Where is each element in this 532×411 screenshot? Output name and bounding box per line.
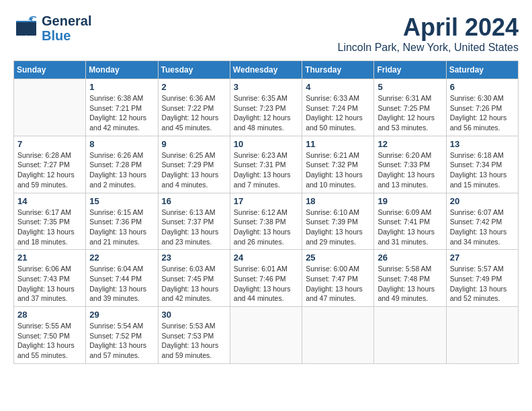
calendar-cell: 22Sunrise: 6:04 AMSunset: 7:44 PMDayligh…	[86, 250, 158, 307]
day-number: 11	[306, 139, 370, 149]
day-info: Sunrise: 6:23 AMSunset: 7:31 PMDaylight:…	[234, 150, 298, 190]
day-number: 3	[234, 82, 298, 92]
day-info: Sunrise: 6:07 AMSunset: 7:42 PMDaylight:…	[450, 208, 515, 247]
day-info: Sunrise: 6:12 AMSunset: 7:38 PMDaylight:…	[234, 208, 298, 247]
day-number: 25	[306, 253, 370, 263]
subtitle: Lincoln Park, New York, United States	[338, 42, 519, 54]
day-info: Sunrise: 6:26 AMSunset: 7:28 PMDaylight:…	[89, 150, 154, 190]
day-info: Sunrise: 6:04 AMSunset: 7:44 PMDaylight:…	[89, 264, 154, 304]
day-number: 29	[89, 310, 154, 320]
day-info: Sunrise: 6:38 AMSunset: 7:21 PMDaylight:…	[89, 93, 154, 133]
calendar-cell: 1Sunrise: 6:38 AMSunset: 7:21 PMDaylight…	[86, 79, 158, 136]
day-number: 10	[234, 139, 298, 149]
svg-rect-0	[16, 21, 26, 36]
day-info: Sunrise: 6:31 AMSunset: 7:25 PMDaylight:…	[378, 93, 442, 133]
day-number: 2	[162, 82, 226, 92]
calendar-cell: 10Sunrise: 6:23 AMSunset: 7:31 PMDayligh…	[230, 136, 302, 193]
day-number: 1	[89, 82, 154, 92]
weekday-header: Thursday	[302, 61, 374, 79]
page-header: General Blue April 2024 Lincoln Park, Ne…	[13, 13, 519, 54]
weekday-header: Sunday	[14, 61, 86, 79]
calendar-cell	[446, 307, 518, 364]
calendar-cell: 23Sunrise: 6:03 AMSunset: 7:45 PMDayligh…	[158, 250, 230, 307]
day-info: Sunrise: 6:21 AMSunset: 7:32 PMDaylight:…	[306, 150, 370, 190]
day-info: Sunrise: 5:53 AMSunset: 7:53 PMDaylight:…	[162, 321, 226, 361]
day-info: Sunrise: 5:54 AMSunset: 7:52 PMDaylight:…	[89, 321, 154, 361]
weekday-header: Tuesday	[158, 61, 230, 79]
calendar-cell: 6Sunrise: 6:30 AMSunset: 7:26 PMDaylight…	[446, 79, 518, 136]
calendar-cell	[374, 307, 446, 364]
day-info: Sunrise: 6:09 AMSunset: 7:41 PMDaylight:…	[378, 208, 442, 247]
day-number: 9	[162, 139, 226, 149]
calendar-cell: 26Sunrise: 5:58 AMSunset: 7:48 PMDayligh…	[374, 250, 446, 307]
calendar-cell: 24Sunrise: 6:01 AMSunset: 7:46 PMDayligh…	[230, 250, 302, 307]
calendar-cell: 17Sunrise: 6:12 AMSunset: 7:38 PMDayligh…	[230, 193, 302, 250]
calendar-cell: 7Sunrise: 6:28 AMSunset: 7:27 PMDaylight…	[14, 136, 86, 193]
day-info: Sunrise: 6:28 AMSunset: 7:27 PMDaylight:…	[17, 150, 82, 190]
day-info: Sunrise: 6:03 AMSunset: 7:45 PMDaylight:…	[162, 264, 226, 304]
day-number: 22	[89, 253, 154, 263]
day-number: 13	[450, 139, 515, 149]
svg-rect-1	[26, 21, 36, 36]
calendar-cell	[302, 307, 374, 364]
calendar-cell: 20Sunrise: 6:07 AMSunset: 7:42 PMDayligh…	[446, 193, 518, 250]
day-number: 26	[378, 253, 442, 263]
weekday-header: Friday	[374, 61, 446, 79]
day-info: Sunrise: 6:36 AMSunset: 7:22 PMDaylight:…	[162, 93, 226, 133]
day-number: 16	[162, 196, 226, 206]
day-info: Sunrise: 6:15 AMSunset: 7:36 PMDaylight:…	[89, 208, 154, 247]
day-number: 15	[89, 196, 154, 206]
calendar-cell: 18Sunrise: 6:10 AMSunset: 7:39 PMDayligh…	[302, 193, 374, 250]
calendar-week-row: 1Sunrise: 6:38 AMSunset: 7:21 PMDaylight…	[14, 79, 519, 136]
day-info: Sunrise: 5:55 AMSunset: 7:50 PMDaylight:…	[17, 321, 82, 361]
day-info: Sunrise: 6:33 AMSunset: 7:24 PMDaylight:…	[306, 93, 370, 133]
calendar-cell: 5Sunrise: 6:31 AMSunset: 7:25 PMDaylight…	[374, 79, 446, 136]
calendar-cell: 13Sunrise: 6:18 AMSunset: 7:34 PMDayligh…	[446, 136, 518, 193]
day-info: Sunrise: 6:01 AMSunset: 7:46 PMDaylight:…	[234, 264, 298, 304]
day-info: Sunrise: 6:25 AMSunset: 7:29 PMDaylight:…	[162, 150, 226, 190]
calendar-cell: 12Sunrise: 6:20 AMSunset: 7:33 PMDayligh…	[374, 136, 446, 193]
calendar-cell: 29Sunrise: 5:54 AMSunset: 7:52 PMDayligh…	[86, 307, 158, 364]
calendar-week-row: 21Sunrise: 6:06 AMSunset: 7:43 PMDayligh…	[14, 250, 519, 307]
day-number: 24	[234, 253, 298, 263]
title-section: April 2024 Lincoln Park, New York, Unite…	[338, 13, 519, 54]
day-info: Sunrise: 6:17 AMSunset: 7:35 PMDaylight:…	[17, 208, 82, 247]
calendar-week-row: 14Sunrise: 6:17 AMSunset: 7:35 PMDayligh…	[14, 193, 519, 250]
day-number: 30	[162, 310, 226, 320]
calendar-cell: 8Sunrise: 6:26 AMSunset: 7:28 PMDaylight…	[86, 136, 158, 193]
day-number: 5	[378, 82, 442, 92]
day-info: Sunrise: 5:57 AMSunset: 7:49 PMDaylight:…	[450, 264, 515, 304]
calendar-cell: 15Sunrise: 6:15 AMSunset: 7:36 PMDayligh…	[86, 193, 158, 250]
day-info: Sunrise: 6:18 AMSunset: 7:34 PMDaylight:…	[450, 150, 515, 190]
day-number: 28	[17, 310, 82, 320]
calendar-week-row: 28Sunrise: 5:55 AMSunset: 7:50 PMDayligh…	[14, 307, 519, 364]
day-number: 14	[17, 196, 82, 206]
day-number: 18	[306, 196, 370, 206]
day-number: 8	[89, 139, 154, 149]
day-info: Sunrise: 6:06 AMSunset: 7:43 PMDaylight:…	[17, 264, 82, 304]
calendar-cell: 25Sunrise: 6:00 AMSunset: 7:47 PMDayligh…	[302, 250, 374, 307]
day-number: 21	[17, 253, 82, 263]
calendar-cell: 21Sunrise: 6:06 AMSunset: 7:43 PMDayligh…	[14, 250, 86, 307]
day-info: Sunrise: 6:35 AMSunset: 7:23 PMDaylight:…	[234, 93, 298, 133]
calendar-header-row: SundayMondayTuesdayWednesdayThursdayFrid…	[14, 61, 519, 79]
day-number: 27	[450, 253, 515, 263]
calendar-cell: 27Sunrise: 5:57 AMSunset: 7:49 PMDayligh…	[446, 250, 518, 307]
logo: General Blue	[13, 13, 91, 43]
day-info: Sunrise: 5:58 AMSunset: 7:48 PMDaylight:…	[378, 264, 442, 304]
calendar-cell: 14Sunrise: 6:17 AMSunset: 7:35 PMDayligh…	[14, 193, 86, 250]
calendar-cell: 11Sunrise: 6:21 AMSunset: 7:32 PMDayligh…	[302, 136, 374, 193]
logo-icon	[13, 15, 39, 41]
day-info: Sunrise: 6:13 AMSunset: 7:37 PMDaylight:…	[162, 208, 226, 247]
calendar-cell	[14, 79, 86, 136]
day-number: 17	[234, 196, 298, 206]
calendar-week-row: 7Sunrise: 6:28 AMSunset: 7:27 PMDaylight…	[14, 136, 519, 193]
calendar-cell: 19Sunrise: 6:09 AMSunset: 7:41 PMDayligh…	[374, 193, 446, 250]
main-title: April 2024	[338, 13, 519, 42]
day-number: 20	[450, 196, 515, 206]
day-number: 4	[306, 82, 370, 92]
weekday-header: Wednesday	[230, 61, 302, 79]
calendar-cell: 30Sunrise: 5:53 AMSunset: 7:53 PMDayligh…	[158, 307, 230, 364]
calendar-table: SundayMondayTuesdayWednesdayThursdayFrid…	[13, 60, 519, 364]
day-info: Sunrise: 6:10 AMSunset: 7:39 PMDaylight:…	[306, 208, 370, 247]
